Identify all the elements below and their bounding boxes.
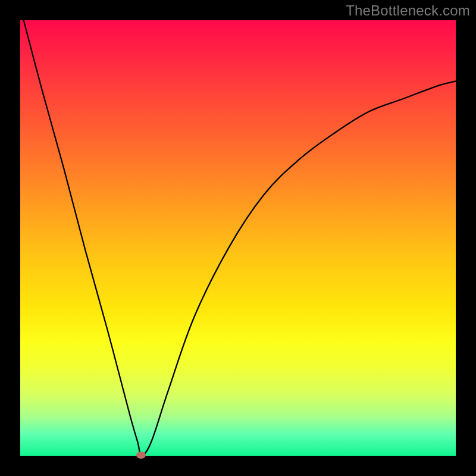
watermark-text: TheBottleneck.com (346, 2, 470, 19)
curve-path (20, 20, 456, 455)
optimum-point-marker (136, 452, 146, 459)
bottleneck-curve (20, 20, 456, 456)
chart-frame: TheBottleneck.com (0, 0, 476, 476)
plot-area (20, 20, 456, 456)
